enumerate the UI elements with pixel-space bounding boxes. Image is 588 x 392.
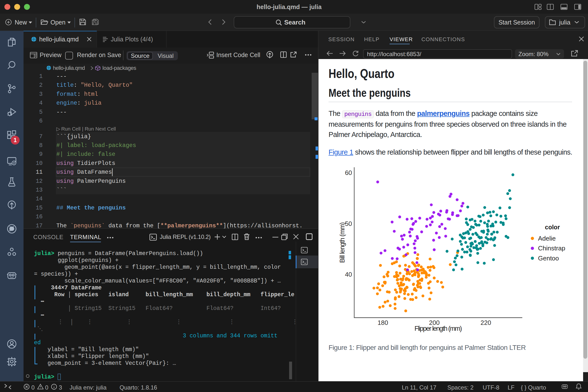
svg-text:220: 220 bbox=[480, 319, 491, 326]
svg-text:180: 180 bbox=[378, 319, 388, 326]
svg-text:Bill length (mm): Bill length (mm) bbox=[338, 222, 346, 263]
svg-text:Flipper length (mm): Flipper length (mm) bbox=[414, 325, 462, 332]
svg-text:40: 40 bbox=[345, 271, 352, 278]
svg-text:Chinstrap: Chinstrap bbox=[538, 244, 565, 252]
svg-text:Adelie: Adelie bbox=[538, 235, 556, 242]
svg-text:Gentoo: Gentoo bbox=[538, 254, 559, 262]
svg-text:50: 50 bbox=[345, 220, 352, 227]
svg-text:color: color bbox=[545, 224, 560, 230]
svg-text:60: 60 bbox=[345, 169, 352, 176]
